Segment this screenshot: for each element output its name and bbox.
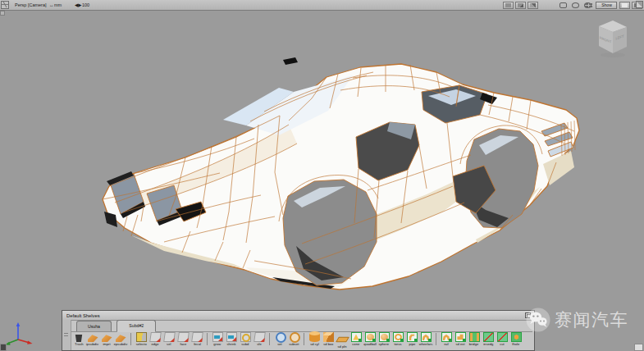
shelf-group-divider [269,333,270,345]
shelf-group-divider [436,333,436,345]
subset-lasso-icon [289,332,299,342]
subd-magnifier-icon [240,332,251,342]
shelf-drag-handle[interactable] [62,320,71,350]
wheel-arch-icon [421,332,432,342]
insert-edge-icon [483,332,494,342]
shelf-tool-wheelars[interactable]: wheelars [419,332,432,347]
shelf-tool-subset[interactable]: subset [287,332,300,347]
alias-modeling-window: Persp [Camera] ↔ mm ◀▶ 100 Show [0,0,644,351]
window-corner-grip[interactable] [0,344,7,351]
quadball-icon [365,332,376,342]
shelf-icon-row: Trash ipsubdiv imprt epsubdiv selecto ed… [72,332,533,349]
shelf-tool-cone[interactable]: cone [349,332,363,347]
shelf-group-divider [130,333,131,345]
cylinder-icon [309,332,320,342]
shelf-tool-sel[interactable]: sel [162,332,176,347]
shelf-tool-torus[interactable]: torus [391,332,404,347]
shelf-tool-shrink[interactable]: shrink [225,332,238,347]
scroll-corner-box[interactable] [634,344,643,351]
watermark-text: 赛闻汽车 [555,308,628,331]
shelf-tool-rail[interactable]: rail [440,332,453,347]
shelf-tool-ipsubdiv[interactable]: ipsubdiv [86,332,99,347]
shelf-tab-usuha[interactable]: Usuha [76,321,112,331]
car-wireframe-model [0,0,644,351]
shelf-tool-sphere[interactable]: sphere [377,332,391,347]
sphere-icon [379,332,390,342]
subdiv-wedge-icon [88,332,98,342]
plane-icon [336,337,349,342]
shelf-tool-fhole[interactable]: fhole [509,332,523,347]
shelf-tool-face[interactable]: face [176,332,190,347]
extrude-icon [455,332,466,342]
trash-icon [74,332,84,342]
shelf-tool-pipe[interactable]: pipe [405,332,418,347]
shelf-tool-set[interactable]: set [273,332,286,347]
shelf-tool-insedg[interactable]: insedg [482,332,495,347]
shelf-tool-sd-cyl[interactable]: sd cyl [308,332,321,347]
cone-icon [351,332,362,342]
perspective-viewport[interactable]: FRONT LEFT [0,11,644,351]
select-object-icon [136,332,147,342]
axis-triad-icon [3,319,36,350]
shelf-tool-trash[interactable]: Trash [72,332,85,347]
select-edge-icon [149,332,162,342]
shelf-group-divider [304,333,304,345]
shelf-tool-subd[interactable]: subd [239,332,252,347]
box-icon [323,332,334,342]
shelf-tool-cut[interactable]: cut [496,332,509,347]
shelf-tool-sd-box[interactable]: sd box [322,332,335,347]
shelf-title: Default Shelves [66,312,100,317]
bridge-icon [469,332,480,342]
fill-hole-icon [511,332,522,342]
shelf-tool-imprt[interactable]: imprt [100,332,113,347]
shelf-tool-sd-ext[interactable]: sd ext [454,332,467,347]
default-shelves-window: Default Shelves Usuha Subd#2 Trash ipsub… [62,310,535,351]
shelf-tool-selecto[interactable]: selecto [135,332,148,347]
shelf-tool-fecal[interactable]: fecal [190,332,203,347]
shrink-selection-icon [226,332,237,342]
shelf-tool-quadball[interactable]: quadball [363,332,377,347]
shelf-tool-edge[interactable]: edge [148,332,162,347]
shelf-tool-sfe[interactable]: sfe [253,332,266,347]
shelf-tool-bridge[interactable]: bridge [468,332,481,347]
import-wedge-icon [102,332,112,342]
grow-selection-icon [212,332,223,342]
sfe-sheet-icon [253,332,266,342]
shelf-tabs: Usuha Subd#2 [71,321,532,332]
export-wedge-icon [116,332,126,342]
rail-icon [441,332,452,342]
select-icon [163,332,176,342]
cut-icon [497,332,508,342]
shelf-tool-epsubdiv[interactable]: epsubdiv [114,332,127,347]
shelf-group-divider [207,333,208,345]
lasso-set-icon [275,332,285,342]
shelf-tool-grow[interactable]: grow [211,332,224,347]
wechat-icon [526,308,550,332]
view-cube[interactable]: FRONT LEFT [589,19,632,58]
select-face-icon [177,332,190,342]
pane-corner-grip[interactable] [0,11,5,16]
pipe-icon [407,332,418,342]
shelf-tab-subd2[interactable]: Subd#2 [116,320,156,332]
torus-icon [393,332,404,342]
select-loop-icon [191,332,203,342]
shelf-tool-sd-pln[interactable]: sd pln [336,332,349,349]
watermark: 赛闻汽车 [526,308,628,332]
